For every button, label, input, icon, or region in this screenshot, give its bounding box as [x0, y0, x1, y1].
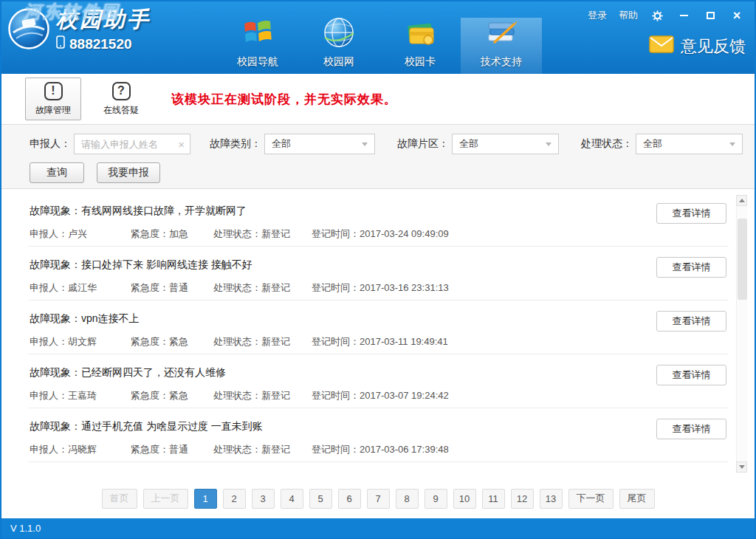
reporter-input-wrap: ×	[74, 134, 190, 154]
area-select-value: 全部	[459, 137, 478, 151]
fault-time: 登记时间：2017-03-24 09:49:09	[312, 227, 449, 241]
settings-gear-icon[interactable]	[650, 9, 664, 22]
page-number-button[interactable]: 6	[338, 489, 361, 509]
report-button[interactable]: 我要申报	[97, 162, 160, 183]
category-select[interactable]: 全部	[264, 134, 375, 154]
app-window: 河东软件园 校园助手 888	[0, 0, 756, 539]
page-number-button[interactable]: 3	[252, 489, 275, 509]
fault-phenomenon: 故障现象：有线网网线接口故障，开学就断网了	[28, 193, 728, 218]
page-number-button[interactable]: 11	[482, 489, 505, 509]
view-detail-button[interactable]: 查看详情	[656, 311, 726, 332]
query-button[interactable]: 查询	[30, 162, 84, 183]
books-icon	[484, 16, 518, 52]
filter-panel: 申报人： × 故障类别： 全部 故障片区： 全部 处理状态： 全部 查询	[1, 125, 755, 189]
fault-status: 处理状态：新登记	[213, 335, 312, 349]
fault-phenomenon: 故障现象：接口处掉下来 影响网线连接 接触不好	[28, 247, 728, 272]
fault-management-tab[interactable]: ! 故障管理	[25, 78, 81, 120]
clear-input-icon[interactable]: ×	[178, 139, 185, 150]
app-logo-icon	[7, 7, 50, 53]
page-number-button[interactable]: 4	[281, 489, 303, 509]
version-label: V 1.1.0	[10, 523, 41, 534]
nav-item-campus-card[interactable]: 校园卡	[379, 18, 461, 74]
app-logo: 校园助手 88821520	[7, 7, 151, 53]
online-qa-tab[interactable]: ? 在线答疑	[93, 78, 149, 120]
nav-item-label: 校园导航	[237, 55, 278, 69]
page-number-button[interactable]: 10	[453, 489, 476, 509]
nav-item-label: 技术支持	[481, 55, 522, 69]
module-toolbar: ! 故障管理 ? 在线答疑 该模块正在测试阶段，并无实际效果。	[1, 74, 755, 125]
category-label: 故障类别：	[210, 137, 261, 151]
phone-icon	[56, 35, 65, 52]
chevron-down-icon	[729, 143, 735, 146]
fault-row: 故障现象：vpn连接不上 申报人：胡文辉 紧急度：紧急 处理状态：新登记 登记时…	[28, 301, 728, 354]
status-label: 处理状态：	[581, 137, 633, 151]
test-notice: 该模块正在测试阶段，并无实际效果。	[171, 91, 397, 108]
page-number-button[interactable]: 7	[367, 489, 390, 509]
fault-time: 登记时间：2017-03-16 23:31:13	[312, 281, 449, 295]
fault-reporter: 申报人：戚江华	[30, 281, 131, 295]
service-phone-number: 88821520	[69, 36, 132, 52]
nav-item-campus-navigation[interactable]: 校园导航	[217, 18, 298, 74]
chevron-down-icon	[546, 143, 551, 146]
view-detail-button[interactable]: 查看详情	[656, 419, 726, 439]
fault-reporter: 申报人：冯晓辉	[30, 443, 131, 456]
page-first-button[interactable]: 首页	[102, 489, 137, 509]
scrollbar-thumb[interactable]	[738, 219, 747, 300]
view-detail-button[interactable]: 查看详情	[656, 203, 726, 224]
online-qa-label: 在线答疑	[103, 104, 139, 117]
maximize-icon	[707, 12, 715, 19]
fault-urgency: 紧急度：紧急	[131, 389, 213, 402]
feedback-button[interactable]: 意见反馈	[649, 35, 746, 58]
scrollbar-track[interactable]	[736, 206, 747, 461]
fault-reporter: 申报人：王嘉琦	[30, 389, 131, 402]
view-detail-button[interactable]: 查看详情	[656, 257, 726, 278]
nav-item-campus-network[interactable]: 校园网	[298, 18, 379, 74]
page-number-button[interactable]: 12	[511, 489, 534, 509]
chevron-down-icon	[362, 143, 368, 146]
fault-status: 处理状态：新登记	[213, 389, 312, 402]
area-select[interactable]: 全部	[452, 134, 559, 154]
fault-list: 故障现象：有线网网线接口故障，开学就断网了 申报人：卢兴 紧急度：加急 处理状态…	[1, 189, 755, 478]
main-nav: 校园导航 校园网	[217, 18, 542, 74]
fault-status: 处理状态：新登记	[213, 443, 312, 456]
fault-phenomenon: 故障现象：已经断网四天了，还没有人维修	[28, 354, 728, 380]
fault-status: 处理状态：新登记	[213, 281, 312, 295]
maximize-button[interactable]	[703, 9, 718, 22]
nav-item-tech-support[interactable]: 技术支持	[461, 18, 542, 74]
login-link[interactable]: 登录	[588, 9, 607, 22]
page-prev-button[interactable]: 上一页	[143, 489, 188, 509]
page-number-button[interactable]: 2	[223, 489, 246, 509]
app-title: 校园助手	[56, 7, 151, 32]
page-number-button[interactable]: 5	[309, 489, 332, 509]
alert-icon: !	[44, 82, 63, 100]
page-number-button[interactable]: 9	[425, 489, 447, 509]
scroll-up-button[interactable]	[736, 195, 747, 206]
fault-time: 登记时间：2017-03-11 19:49:41	[312, 335, 448, 349]
fault-management-label: 故障管理	[35, 104, 71, 117]
status-select-value: 全部	[643, 137, 662, 151]
fault-reporter: 申报人：卢兴	[30, 227, 131, 241]
reporter-input[interactable]	[80, 138, 175, 151]
help-link[interactable]: 帮助	[619, 9, 638, 22]
status-bar: V 1.1.0	[1, 518, 755, 538]
feedback-label: 意见反馈	[681, 35, 746, 58]
view-detail-button[interactable]: 查看详情	[656, 365, 726, 385]
status-select[interactable]: 全部	[636, 134, 743, 154]
fault-row: 故障现象：有线网网线接口故障，开学就断网了 申报人：卢兴 紧急度：加急 处理状态…	[28, 193, 728, 247]
minimize-button[interactable]	[676, 9, 691, 22]
nav-item-label: 校园卡	[405, 55, 436, 69]
page-number-button[interactable]: 13	[540, 489, 563, 509]
minimize-icon	[680, 15, 688, 16]
arrow-down-icon	[739, 465, 745, 469]
scroll-down-button[interactable]	[736, 461, 747, 473]
page-number-button[interactable]: 1	[194, 489, 217, 509]
close-button[interactable]: ×	[729, 9, 744, 22]
campus-card-icon	[403, 16, 437, 52]
scrollbar[interactable]	[736, 195, 747, 473]
page-next-button[interactable]: 下一页	[568, 489, 614, 509]
app-header: 河东软件园 校园助手 888	[1, 1, 755, 74]
fault-row: 故障现象：已经断网四天了，还没有人维修 申报人：王嘉琦 紧急度：紧急 处理状态：…	[28, 354, 728, 408]
page-last-button[interactable]: 尾页	[619, 489, 655, 509]
page-number-button[interactable]: 8	[396, 489, 419, 509]
window-controls-row: 登录 帮助 ×	[588, 9, 744, 22]
